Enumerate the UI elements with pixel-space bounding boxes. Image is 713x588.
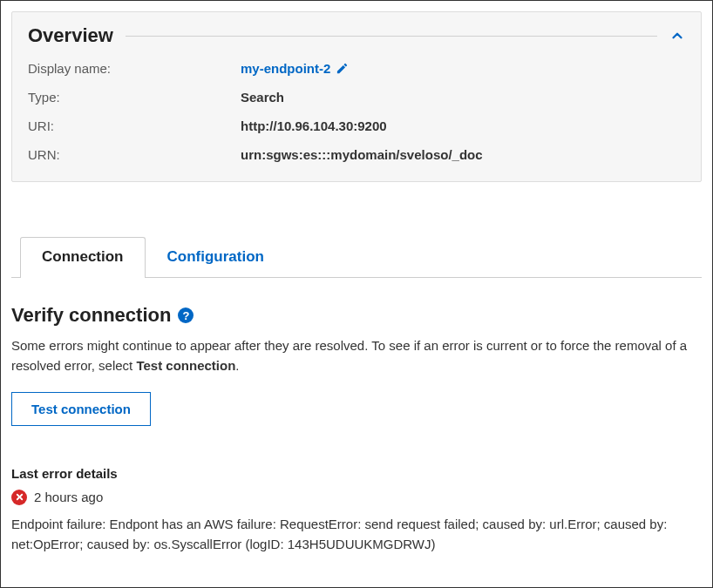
- verify-hint-suffix: .: [235, 358, 239, 373]
- last-error-timestamp-row: 2 hours ago: [11, 490, 702, 505]
- verify-hint-prefix: Some errors might continue to appear aft…: [11, 338, 687, 373]
- verify-heading-row: Verify connection ?: [11, 304, 702, 327]
- verify-hint-bold: Test connection: [136, 358, 235, 373]
- display-name-text: my-endpoint-2: [241, 59, 330, 78]
- overview-panel: Overview Display name: my-endpoint-2 Typ…: [11, 11, 702, 182]
- overview-label: URI:: [28, 117, 241, 135]
- last-error-timestamp: 2 hours ago: [34, 490, 103, 504]
- overview-row-display-name: Display name: my-endpoint-2: [28, 59, 685, 78]
- error-icon: [11, 490, 27, 505]
- overview-row-urn: URN: urn:sgws:es:::mydomain/sveloso/_doc: [28, 145, 685, 164]
- last-error-section: Last error details 2 hours ago Endpoint …: [11, 466, 702, 555]
- verify-connection-heading: Verify connection: [11, 304, 171, 327]
- urn-value: urn:sgws:es:::mydomain/sveloso/_doc: [241, 145, 483, 164]
- overview-row-type: Type: Search: [28, 88, 685, 106]
- overview-label: Type:: [28, 88, 241, 106]
- overview-header[interactable]: Overview: [28, 24, 685, 47]
- display-name-value[interactable]: my-endpoint-2: [241, 59, 349, 78]
- help-icon[interactable]: ?: [178, 308, 194, 323]
- uri-value: http://10.96.104.30:9200: [241, 117, 387, 135]
- pencil-icon[interactable]: [336, 62, 349, 75]
- overview-label: URN:: [28, 145, 241, 164]
- last-error-title: Last error details: [11, 466, 702, 481]
- connection-content: Verify connection ? Some errors might co…: [1, 278, 712, 564]
- overview-label: Display name:: [28, 59, 241, 78]
- test-connection-button[interactable]: Test connection: [11, 392, 151, 426]
- tab-bar: Connection Configuration: [11, 236, 702, 278]
- chevron-up-icon[interactable]: [669, 28, 685, 44]
- type-value: Search: [241, 88, 284, 106]
- overview-divider: [126, 36, 657, 37]
- last-error-message: Endpoint failure: Endpont has an AWS fai…: [11, 514, 702, 555]
- verify-hint-text: Some errors might continue to appear aft…: [11, 335, 702, 376]
- overview-title: Overview: [28, 24, 113, 47]
- tab-connection[interactable]: Connection: [20, 237, 146, 278]
- tab-configuration[interactable]: Configuration: [146, 237, 286, 278]
- overview-row-uri: URI: http://10.96.104.30:9200: [28, 117, 685, 135]
